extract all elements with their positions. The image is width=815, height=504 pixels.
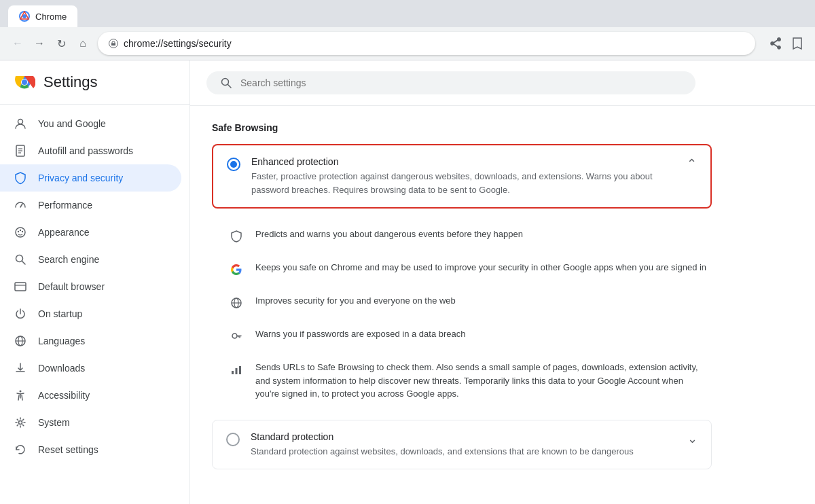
feature-item-3: Warns you if passwords are exposed in a …	[225, 319, 712, 353]
svg-line-19	[22, 262, 26, 265]
address-bar-row: ← → ↻ ⌂ chrome://settings/security	[0, 27, 815, 60]
svg-point-26	[19, 421, 22, 425]
standard-desc: Standard protection against websites, do…	[251, 445, 676, 458]
standard-protection-card[interactable]: Standard protection Standard protection …	[212, 420, 712, 470]
enhanced-protection-card[interactable]: Enhanced protection Faster, proactive pr…	[212, 144, 712, 209]
browser-icon	[14, 280, 27, 293]
back-button[interactable]: ←	[8, 34, 27, 53]
feature-item-4: Sends URLs to Safe Browsing to check the…	[225, 353, 712, 409]
feature-list: Predicts and warns you about dangerous e…	[212, 219, 712, 414]
svg-point-7	[22, 79, 27, 85]
sidebar-item-system[interactable]: System	[0, 409, 181, 436]
feature-text-1: Keeps you safe on Chrome and may be used…	[255, 261, 706, 274]
share-button[interactable]	[766, 34, 785, 53]
svg-point-14	[16, 228, 25, 237]
sidebar-item-on-startup[interactable]: On startup	[0, 300, 181, 327]
sidebar-item-label: Autofill and passwords	[38, 145, 133, 156]
svg-point-8	[18, 120, 23, 124]
sidebar-item-reset[interactable]: Reset settings	[0, 436, 181, 463]
app-layout: Settings You and Google Autofill and pas…	[0, 60, 815, 504]
power-icon	[14, 307, 27, 321]
standard-title: Standard protection	[251, 431, 676, 442]
chrome-logo	[14, 71, 35, 93]
feature-text-4: Sends URLs to Safe Browsing to check the…	[255, 361, 709, 401]
sidebar-item-label: Downloads	[38, 363, 85, 374]
sidebar-item-autofill[interactable]: Autofill and passwords	[0, 137, 181, 164]
nav-buttons: ← → ↻ ⌂	[8, 34, 92, 53]
palette-icon	[14, 226, 27, 239]
address-bar[interactable]: chrome://settings/security	[98, 32, 755, 55]
section-title: Safe Browsing	[212, 122, 712, 133]
feature-item-1: Keeps you safe on Chrome and may be used…	[225, 253, 712, 286]
accessibility-icon	[14, 389, 27, 402]
home-button[interactable]: ⌂	[73, 34, 92, 53]
svg-point-15	[18, 231, 19, 232]
sidebar-item-default-browser[interactable]: Default browser	[0, 273, 181, 300]
enhanced-radio[interactable]	[227, 158, 240, 171]
search-bar	[206, 71, 695, 94]
bookmark-button[interactable]	[788, 34, 807, 53]
tab-favicon	[19, 11, 30, 22]
chevron-up-icon: ⌃	[687, 156, 697, 171]
enhanced-text: Enhanced protection Faster, proactive pr…	[251, 156, 676, 196]
svg-point-16	[20, 230, 21, 231]
search-section	[190, 60, 815, 106]
browser-chrome: Chrome ← → ↻ ⌂ chrome://settings/securit…	[0, 0, 815, 60]
sidebar-item-downloads[interactable]: Downloads	[0, 355, 181, 382]
main-content: Safe Browsing Enhanced protection Faster…	[190, 60, 815, 504]
svg-rect-34	[236, 368, 238, 374]
sidebar-item-privacy-security[interactable]: Privacy and security	[0, 164, 181, 192]
sidebar-item-languages[interactable]: Languages	[0, 327, 181, 355]
address-text: chrome://settings/security	[124, 38, 232, 49]
svg-rect-33	[232, 371, 234, 374]
speed-icon	[14, 198, 27, 212]
sidebar-item-label: Languages	[38, 336, 85, 346]
sidebar: Settings You and Google Autofill and pas…	[0, 60, 190, 504]
sidebar-item-label: Reset settings	[38, 444, 98, 455]
sidebar-item-you-and-google[interactable]: You and Google	[0, 110, 181, 137]
search-input[interactable]	[240, 77, 682, 88]
reload-button[interactable]: ↻	[52, 34, 71, 53]
sidebar-item-label: Privacy and security	[38, 173, 123, 183]
search-icon	[220, 77, 232, 89]
sidebar-item-label: Accessibility	[38, 390, 90, 401]
svg-point-17	[22, 231, 23, 232]
sidebar-item-label: On startup	[38, 308, 82, 319]
secure-icon	[109, 39, 118, 48]
feature-text-0: Predicts and warns you about dangerous e…	[255, 228, 523, 241]
sidebar-item-label: System	[38, 417, 70, 428]
sidebar-item-label: Default browser	[38, 281, 105, 292]
toolbar-right	[766, 34, 807, 53]
active-tab[interactable]: Chrome	[8, 5, 77, 27]
sidebar-item-search-engine[interactable]: Search engine	[0, 246, 181, 273]
sidebar-item-label: Performance	[38, 200, 92, 211]
tab-bar: Chrome	[0, 0, 815, 27]
feature-item-0: Predicts and warns you about dangerous e…	[225, 219, 712, 253]
feature-item-2: Improves security for you and everyone o…	[225, 286, 712, 319]
forward-button[interactable]: →	[30, 34, 49, 53]
svg-rect-35	[239, 366, 241, 374]
sidebar-item-performance[interactable]: Performance	[0, 192, 181, 219]
shield-feature-icon	[228, 228, 244, 245]
chevron-down-icon: ⌄	[687, 431, 698, 446]
google-feature-icon	[228, 262, 244, 278]
standard-radio[interactable]	[226, 433, 240, 446]
sidebar-nav: You and Google Autofill and passwords Pr…	[0, 105, 189, 504]
globe-feature-icon	[228, 295, 244, 311]
sidebar-item-accessibility[interactable]: Accessibility	[0, 382, 181, 409]
sidebar-item-label: Appearance	[38, 227, 90, 238]
sidebar-item-label: Search engine	[38, 254, 99, 265]
settings-icon	[14, 416, 27, 429]
standard-text: Standard protection Standard protection …	[251, 431, 676, 458]
reset-icon	[14, 443, 27, 456]
enhanced-title: Enhanced protection	[251, 156, 676, 167]
search-icon	[14, 253, 27, 266]
chart-feature-icon	[228, 361, 244, 378]
svg-rect-20	[15, 283, 26, 291]
sidebar-header: Settings	[0, 60, 189, 105]
key-feature-icon	[228, 328, 244, 344]
svg-line-28	[228, 85, 232, 88]
sidebar-item-appearance[interactable]: Appearance	[0, 219, 181, 246]
enhanced-desc: Faster, proactive protection against dan…	[251, 170, 676, 196]
tab-title: Chrome	[35, 12, 67, 22]
